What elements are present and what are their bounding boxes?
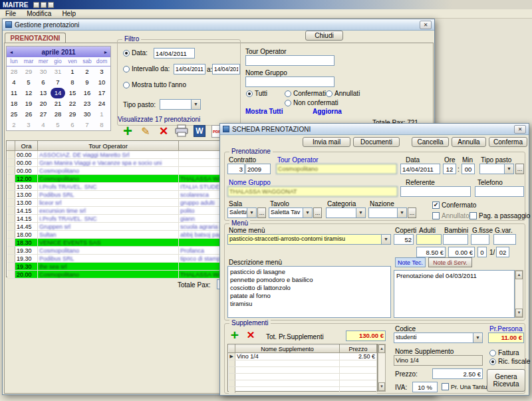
- gfisse-count-input[interactable]: [477, 247, 487, 257]
- prezzo-input[interactable]: [432, 368, 483, 379]
- calendar-day[interactable]: 6: [36, 77, 51, 88]
- gfisse-input[interactable]: [471, 234, 489, 245]
- calendar-day[interactable]: 6: [65, 120, 80, 130]
- calendar-day[interactable]: 3: [94, 67, 109, 77]
- tipo-pasto-select[interactable]: ▼: [479, 164, 514, 174]
- calendar-day[interactable]: 7: [80, 120, 94, 130]
- supplement-row-empty[interactable]: [229, 387, 377, 394]
- gvar-input[interactable]: [493, 234, 516, 245]
- tab-prenotazioni[interactable]: PRENOTAZIONI: [5, 33, 66, 43]
- calendar-day[interactable]: 5: [51, 120, 65, 130]
- sala-select[interactable]: Saletta ▼: [227, 207, 257, 218]
- genera-ricevuta-button[interactable]: Genera Ricevuta: [487, 369, 525, 392]
- gvar-count-input[interactable]: [496, 247, 509, 257]
- calendar-day[interactable]: 17: [94, 88, 109, 98]
- coperti-input[interactable]: [394, 234, 414, 245]
- filtro-a-input[interactable]: [212, 64, 240, 74]
- scroll-up-icon[interactable]: ▲: [378, 344, 385, 353]
- calendar-day[interactable]: 7: [51, 77, 65, 88]
- stato-annullati-radio[interactable]: Annullati: [326, 90, 360, 97]
- calendar-day[interactable]: 30: [36, 67, 51, 77]
- column-header[interactable]: Tour Operator: [38, 142, 179, 151]
- delete-reservation-button[interactable]: ✕: [156, 123, 172, 139]
- supplementi-scrollbar[interactable]: ▲ ▼: [378, 344, 386, 392]
- filtro-data-input[interactable]: [154, 48, 195, 59]
- adulti-price-input[interactable]: [416, 247, 446, 257]
- supplement-row-empty[interactable]: [229, 367, 377, 374]
- annullato-checkbox[interactable]: Annullato: [432, 212, 469, 219]
- calendar-day[interactable]: 20: [36, 98, 51, 109]
- column-header[interactable]: Ora: [15, 142, 38, 151]
- calendar-day[interactable]: 9: [80, 77, 94, 88]
- iva-input[interactable]: [412, 382, 438, 392]
- min-input[interactable]: [462, 164, 475, 174]
- calendar-day[interactable]: 18: [7, 98, 21, 109]
- stato-tutti-radio[interactable]: Tutti: [246, 90, 267, 97]
- codice-select[interactable]: studenti ▼: [394, 333, 483, 343]
- maximize-icon[interactable]: [41, 2, 47, 8]
- aggiorna-link[interactable]: Aggiorna: [313, 108, 342, 115]
- ore-input[interactable]: [443, 164, 456, 174]
- nome-gruppo-input[interactable]: [245, 76, 334, 87]
- calendar-day[interactable]: 29: [65, 109, 80, 120]
- calendar-day[interactable]: 8: [94, 120, 109, 130]
- telefono-input[interactable]: [475, 186, 524, 197]
- print-button[interactable]: [174, 123, 190, 139]
- menu-help[interactable]: Help: [57, 10, 81, 17]
- descrizione-textarea[interactable]: pasticcio di lasagne pennette pomodoro e…: [227, 266, 391, 318]
- tipo-pasto-select[interactable]: ▼: [160, 99, 201, 110]
- calendar-day[interactable]: 15: [65, 88, 80, 98]
- calendar-day[interactable]: 21: [51, 98, 65, 109]
- scroll-up-icon[interactable]: ▲: [515, 271, 523, 279]
- tour-operator-field[interactable]: Cosmopolitano: [276, 164, 397, 174]
- calendar-day[interactable]: 13: [36, 88, 51, 98]
- calendar-day[interactable]: 30: [80, 109, 94, 120]
- referente-input[interactable]: [400, 186, 471, 197]
- bambini-input[interactable]: [443, 234, 468, 245]
- nome-gruppo-field[interactable]: THALASSA WAGGONAT: [227, 186, 398, 197]
- tavolo-select[interactable]: Saletta Tav ▼: [269, 207, 313, 218]
- note-tec-button[interactable]: Note Tec.: [395, 257, 426, 267]
- note-serv-button[interactable]: Note di Serv.: [428, 257, 472, 267]
- mostra-tutti-link[interactable]: Mostra Tutti: [245, 108, 283, 115]
- export-word-button[interactable]: W: [192, 123, 207, 139]
- close-icon[interactable]: [48, 2, 54, 8]
- contratto-anno-input[interactable]: [245, 164, 271, 174]
- add-supplemento-button[interactable]: +: [227, 328, 242, 342]
- bambini-price-input[interactable]: [448, 247, 475, 257]
- nome-menu-select[interactable]: pasticcio-straccetti-arrosto-contorni ti…: [227, 234, 391, 245]
- minimize-icon[interactable]: [33, 2, 39, 8]
- calendar-day[interactable]: 1: [65, 67, 80, 77]
- scroll-down-icon[interactable]: ▼: [378, 382, 385, 391]
- filtro-da-input[interactable]: [174, 64, 205, 74]
- stato-non-confermati-radio[interactable]: Non confermati: [285, 99, 338, 106]
- annulla-button[interactable]: Annulla: [452, 137, 486, 147]
- calendar-day[interactable]: 16: [80, 88, 94, 98]
- cancella-button[interactable]: Cancella: [412, 137, 449, 147]
- sala-more-button[interactable]: ...: [257, 207, 266, 218]
- calendar-day[interactable]: 3: [21, 120, 36, 130]
- tavolo-more-button[interactable]: ...: [313, 207, 322, 218]
- pag-passaggio-checkbox[interactable]: Pag. a passaggio: [469, 212, 530, 219]
- calendar-day[interactable]: 2: [7, 120, 21, 130]
- calendar-day[interactable]: 1: [94, 109, 109, 120]
- menu-file[interactable]: File: [0, 10, 21, 17]
- filtro-anno-radio[interactable]: Mostra tutto l'anno: [123, 81, 186, 88]
- supplement-row-empty[interactable]: [229, 380, 377, 387]
- contratto-num-input[interactable]: [227, 164, 245, 174]
- ric-fiscale-radio[interactable]: Ric. fiscale: [489, 358, 530, 365]
- categoria-select[interactable]: ▼: [326, 207, 366, 218]
- calendar-day[interactable]: 12: [21, 88, 36, 98]
- note-scrollbar[interactable]: ▲ ▼: [515, 270, 523, 318]
- close-icon[interactable]: ✕: [514, 125, 526, 134]
- close-icon[interactable]: ✕: [420, 21, 432, 29]
- calendar-day[interactable]: 23: [80, 98, 94, 109]
- calendar-day[interactable]: 11: [7, 88, 21, 98]
- calendar-day[interactable]: 24: [94, 98, 109, 109]
- filtro-intervallo-radio[interactable]: Intervallo da:: [123, 65, 170, 72]
- calendar-day[interactable]: 28: [7, 67, 21, 77]
- menu-modifica[interactable]: Modifica: [21, 10, 57, 17]
- calendar-day[interactable]: 27: [36, 109, 51, 120]
- fattura-radio[interactable]: Fattura: [489, 349, 519, 356]
- adulti-input[interactable]: [416, 234, 442, 245]
